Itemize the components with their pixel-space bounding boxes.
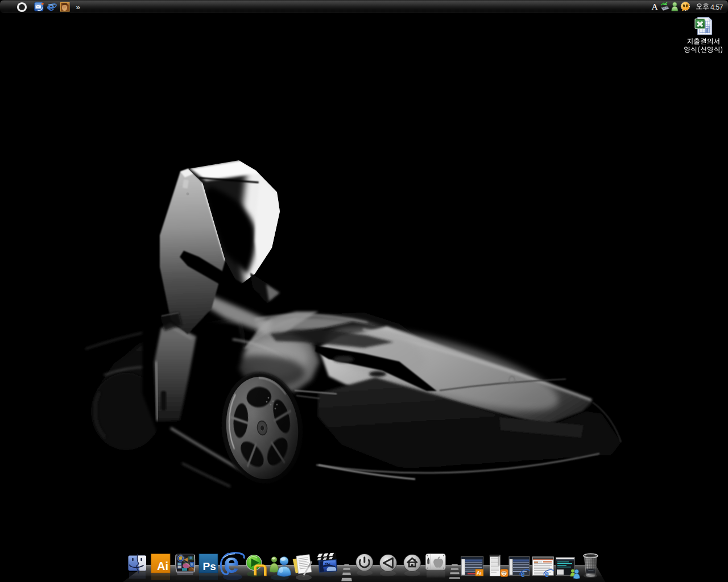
svg-text:Ps: Ps (203, 560, 216, 572)
svg-text:A: A (652, 2, 659, 11)
svg-text:Ai: Ai (157, 560, 168, 572)
svg-text:e: e (224, 547, 239, 579)
svg-text:Ai: Ai (477, 570, 482, 576)
svg-text:e: e (48, 0, 55, 13)
svg-text:»: » (76, 3, 81, 11)
svg-text:4:57: 4:57 (710, 3, 723, 11)
